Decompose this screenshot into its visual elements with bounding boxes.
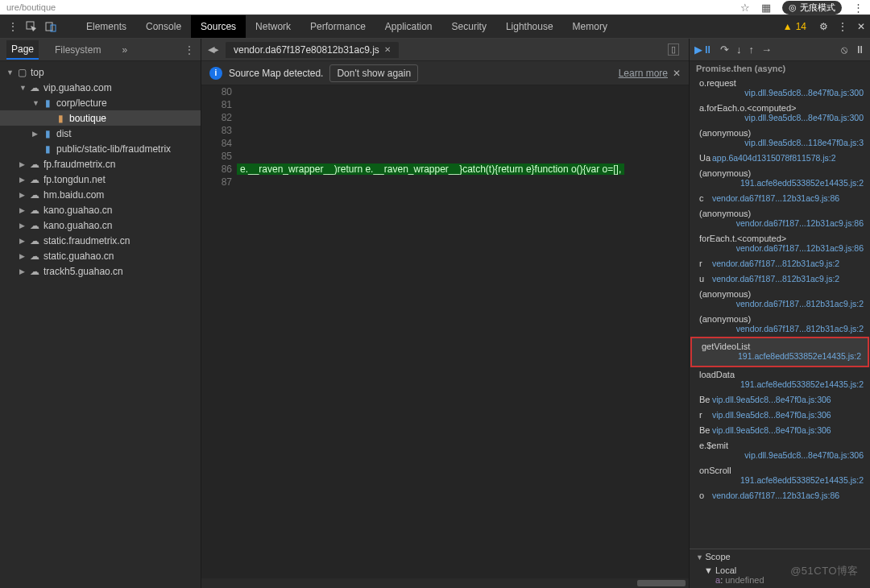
tree-node-static-guahao-cn[interactable]: ▶☁static.guahao.cn <box>0 248 201 263</box>
tree-node-hm-baidu-com[interactable]: ▶☁hm.baidu.com <box>0 187 201 202</box>
tree-arrow-icon[interactable]: ▶ <box>32 130 40 138</box>
navigator-tab-page[interactable]: Page <box>6 40 39 60</box>
tree-node-fp-tongdun-net[interactable]: ▶☁fp.tongdun.net <box>0 172 201 187</box>
tree-node-static-fraudmetrix-cn[interactable]: ▶☁static.fraudmetrix.cn <box>0 233 201 248</box>
tree-arrow-icon[interactable]: ▶ <box>19 206 27 214</box>
devtools-close-icon[interactable]: ✕ <box>857 21 865 32</box>
tree-node-dist[interactable]: ▶▮dist <box>0 126 201 141</box>
deactivate-breakpoints-icon[interactable]: ⦸ <box>841 43 847 56</box>
stack-frame[interactable]: (anonymous)vendor.da67f187...812b31ac9.j… <box>690 312 870 337</box>
dont-show-again-button[interactable]: Don't show again <box>329 64 418 82</box>
line-number[interactable]: 82 <box>201 111 232 124</box>
inspect-icon[interactable] <box>26 21 37 32</box>
tree-arrow-icon[interactable]: ▶ <box>19 252 27 260</box>
navigator-tab-more[interactable]: » <box>117 41 132 59</box>
devtools-menu-icon[interactable]: ⋮ <box>8 21 18 32</box>
stack-frame[interactable]: ovendor.da67f187...12b31ac9.js:86 <box>690 488 870 503</box>
stack-frame[interactable]: o.requestvip.dll.9ea5dc8...8e47f0a.js:30… <box>690 76 870 101</box>
pause-on-exceptions-icon[interactable]: ⏸ <box>855 43 865 56</box>
line-number[interactable]: 80 <box>201 85 232 98</box>
tree-node-boutique[interactable]: ▮boutique <box>0 110 201 126</box>
stack-frame[interactable]: onScroll191.acfe8edd533852e14435.js:2 <box>690 463 870 488</box>
stack-frame[interactable]: loadData191.acfe8edd533852e14435.js:2 <box>690 367 870 392</box>
tree-arrow-icon[interactable]: ▶ <box>19 222 27 230</box>
tree-arrow-icon[interactable]: ▶ <box>19 267 27 275</box>
devtools-tab-memory[interactable]: Memory <box>563 15 617 38</box>
devtools-tab-sources[interactable]: Sources <box>191 15 246 38</box>
line-number[interactable]: 84 <box>201 137 232 150</box>
devtools-tab-performance[interactable]: Performance <box>300 15 375 38</box>
devtools-tab-application[interactable]: Application <box>375 15 442 38</box>
step-over-icon[interactable]: ↷ <box>720 43 729 56</box>
devtools-tab-console[interactable]: Console <box>136 15 191 38</box>
editor-nav-icon[interactable]: ◀▸ <box>208 44 219 55</box>
tree-node-top[interactable]: ▼▢top <box>0 64 201 80</box>
tree-arrow-icon[interactable]: ▶ <box>19 191 27 199</box>
bookmark-star-icon[interactable]: ☆ <box>740 2 750 14</box>
stack-frame[interactable]: rvip.dll.9ea5dc8...8e47f0a.js:306 <box>690 408 870 423</box>
navigator-menu-icon[interactable]: ⋮ <box>184 44 194 56</box>
tree-node-kano-guahao-cn[interactable]: ▶☁kano.guahao.cn <box>0 217 201 233</box>
stack-frame[interactable]: Bevip.dll.9ea5dc8...8e47f0a.js:306 <box>690 392 870 408</box>
stack-frame[interactable]: cvendor.da67f187...12b31ac9.js:86 <box>690 191 870 206</box>
device-mode-icon[interactable] <box>45 21 56 32</box>
stack-frame[interactable]: (anonymous)191.acfe8edd533852e14435.js:2 <box>690 166 870 191</box>
horizontal-scrollbar[interactable] <box>201 578 689 588</box>
file-tree: ▼▢top▼☁vip.guahao.com▼▮corp/lecture▮bout… <box>0 61 201 588</box>
stack-frame[interactable]: (anonymous)vendor.da67f187...812b31ac9.j… <box>690 287 870 312</box>
devtools-tab-security[interactable]: Security <box>442 15 496 38</box>
tree-arrow-icon[interactable]: ▶ <box>19 160 27 168</box>
stack-frame-source: vip.dll.9ea5dc8...8e47f0a.js:306 <box>712 410 831 420</box>
resume-icon[interactable]: ▶⏸ <box>694 43 713 56</box>
devtools-kebab-icon[interactable]: ⋮ <box>838 21 847 32</box>
stack-frame[interactable]: Bevip.dll.9ea5dc8...8e47f0a.js:306 <box>690 423 870 438</box>
tree-node-corp-lecture[interactable]: ▼▮corp/lecture <box>0 95 201 110</box>
tree-arrow-icon[interactable]: ▼ <box>32 99 40 107</box>
tree-arrow-icon[interactable]: ▼ <box>19 84 27 92</box>
devtools-tab-elements[interactable]: Elements <box>77 15 136 38</box>
editor-tab[interactable]: vendor.da67f187e80812b31ac9.js ✕ <box>226 42 399 58</box>
step-out-icon[interactable]: ↑ <box>749 43 755 56</box>
stack-frame[interactable]: uvendor.da67f187...812b31ac9.js:2 <box>690 271 870 287</box>
stack-frame-source: 191.acfe8edd533852e14435.js:2 <box>699 475 864 485</box>
line-number[interactable]: 83 <box>201 124 232 137</box>
tree-node-public-static-lib-fraudmetrix[interactable]: ▮public/static-lib/fraudmetrix <box>0 141 201 156</box>
tree-node-kano-guahao-cn[interactable]: ▶☁kano.guahao.cn <box>0 202 201 217</box>
browser-menu-icon[interactable]: ⋮ <box>853 2 864 14</box>
line-number[interactable]: 81 <box>201 98 232 111</box>
line-number[interactable]: 85 <box>201 150 232 163</box>
warning-badge[interactable]: ▲ 14 <box>783 21 806 32</box>
settings-gear-icon[interactable]: ⚙ <box>819 21 828 32</box>
stack-frame[interactable]: rvendor.da67f187...812b31ac9.js:2 <box>690 256 870 271</box>
tree-node-vip-guahao-com[interactable]: ▼☁vip.guahao.com <box>0 80 201 95</box>
stack-frame[interactable]: Uaapp.6a404d1315078f811578.js:2 <box>690 151 870 166</box>
scope-title[interactable]: Scope <box>690 549 870 564</box>
devtools-tab-lighthouse[interactable]: Lighthouse <box>496 15 563 38</box>
learn-more-link[interactable]: Learn more <box>619 68 668 79</box>
tree-node-trackh5-guahao-cn[interactable]: ▶☁trackh5.guahao.cn <box>0 263 201 279</box>
tree-node-fp-fraudmetrix-cn[interactable]: ▶☁fp.fraudmetrix.cn <box>0 156 201 172</box>
stack-frame[interactable]: (anonymous)vip.dll.9ea5dc8...118e47f0a.j… <box>690 126 870 151</box>
scope-section[interactable]: Scope ▼ Local a: undefined <box>690 549 870 588</box>
tree-arrow-icon[interactable]: ▶ <box>19 237 27 245</box>
tree-arrow-icon[interactable]: ▶ <box>19 176 27 184</box>
stack-frame[interactable]: getVideoList191.acfe8edd533852e14435.js:… <box>690 337 869 367</box>
tree-arrow-icon[interactable]: ▼ <box>6 68 14 77</box>
stack-frame[interactable]: forEach.t.<computed>vendor.da67f187...12… <box>690 231 870 256</box>
qr-icon[interactable]: ▦ <box>761 2 771 14</box>
line-number[interactable]: 87 <box>201 176 232 188</box>
editor-toggle-icon[interactable]: ▯ <box>668 43 679 56</box>
scope-local[interactable]: ▼ Local <box>704 565 870 575</box>
line-number[interactable]: 86 <box>201 163 232 176</box>
infobar-close-icon[interactable]: ✕ <box>673 68 681 79</box>
stack-frame[interactable]: (anonymous)vendor.da67f187...12b31ac9.js… <box>690 206 870 231</box>
editor-tab-close-icon[interactable]: ✕ <box>384 45 391 54</box>
devtools-tab-bar: ⋮ ElementsConsoleSourcesNetworkPerforman… <box>0 14 870 39</box>
stack-frame[interactable]: e.$emitvip.dll.9ea5dc8...8e47f0a.js:306 <box>690 438 870 463</box>
navigator-tab-filesystem[interactable]: Filesystem <box>50 41 106 59</box>
step-into-icon[interactable]: ↓ <box>736 43 742 56</box>
code-editor[interactable]: 8081828384858687 e.__raven_wrapper__)ret… <box>201 85 689 578</box>
step-icon[interactable]: → <box>761 43 772 56</box>
devtools-tab-network[interactable]: Network <box>246 15 300 38</box>
stack-frame[interactable]: a.forEach.o.<computed>vip.dll.9ea5dc8...… <box>690 101 870 126</box>
